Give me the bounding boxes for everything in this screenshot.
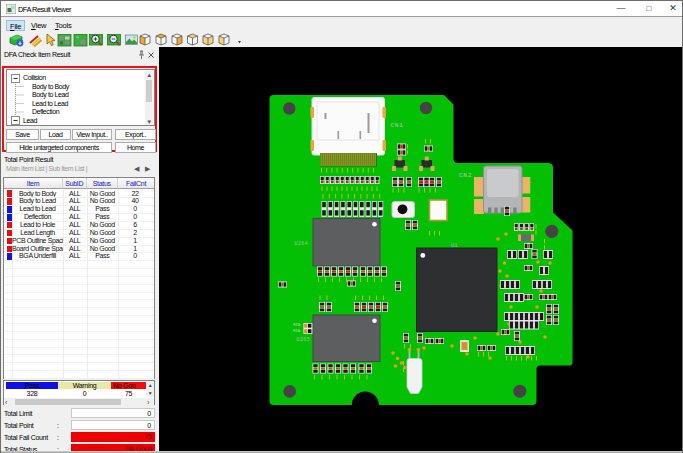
svg-text:CN2: CN2 (459, 172, 472, 179)
svg-text:U265: U265 (297, 337, 311, 342)
svg-text:CN1: CN1 (391, 122, 404, 129)
svg-text:U1: U1 (451, 243, 458, 249)
svg-text:R33b: R33b (293, 329, 301, 333)
svg-text:U264: U264 (295, 241, 309, 246)
svg-text:R32b: R32b (293, 323, 301, 327)
